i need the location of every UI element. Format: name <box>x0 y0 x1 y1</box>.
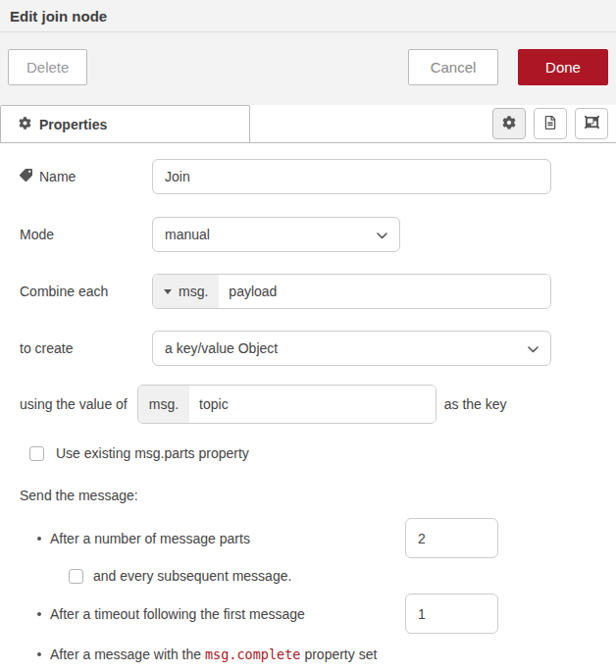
send-section-label: Send the message: <box>20 488 596 503</box>
cancel-button[interactable]: Cancel <box>408 49 498 85</box>
done-button[interactable]: Done <box>518 49 608 85</box>
after-timeout-input[interactable] <box>405 594 498 634</box>
dialog-header: Edit join node <box>0 0 616 32</box>
after-timeout-row: After a timeout following the first mess… <box>20 594 596 634</box>
combine-prefix-label: msg. <box>179 284 208 299</box>
after-timeout-label: After a timeout following the first mess… <box>50 606 305 622</box>
mode-label: Mode <box>20 227 152 242</box>
dialog-button-bar: Delete Cancel Done <box>0 32 616 101</box>
caret-down-icon <box>164 289 172 294</box>
to-create-select-value: a key/value Object <box>165 340 278 356</box>
key-prefix-label: msg. <box>149 396 179 412</box>
after-count-label: After a number of message parts <box>50 531 250 546</box>
subsequent-row: and every subsequent message. <box>69 568 596 584</box>
combine-value-input[interactable] <box>219 275 550 308</box>
subsequent-checkbox[interactable] <box>69 569 83 584</box>
use-parts-row: Use existing msg.parts property <box>29 445 596 461</box>
combine-typed-input: msg. <box>152 274 551 309</box>
to-create-row: to create a key/value Object <box>20 331 596 366</box>
key-row: using the value of msg. as the key <box>20 385 596 424</box>
chevron-down-icon <box>377 227 387 242</box>
use-parts-label: Use existing msg.parts property <box>56 445 249 461</box>
tag-icon <box>20 169 32 184</box>
after-count-row: After a number of message parts <box>20 518 596 558</box>
after-complete-text: After a message with the msg.complete pr… <box>50 646 377 662</box>
key-value-input[interactable] <box>189 386 436 423</box>
tab-properties[interactable]: Properties <box>0 105 250 142</box>
combine-label: Combine each <box>20 284 152 299</box>
dialog-title: Edit join node <box>10 8 107 25</box>
key-typed-input: msg. <box>137 385 436 424</box>
mode-select[interactable]: manual <box>152 217 400 252</box>
gear-icon <box>502 116 516 132</box>
to-create-label: to create <box>20 340 152 356</box>
delete-button[interactable]: Delete <box>8 49 87 85</box>
key-row-suffix: as the key <box>444 396 507 412</box>
name-label: Name <box>39 169 76 184</box>
description-button[interactable] <box>534 108 567 139</box>
combine-row: Combine each msg. <box>20 274 596 309</box>
editor-icon-toolbar <box>492 108 616 139</box>
msg-complete-code: msg.complete <box>205 646 301 662</box>
bullet-icon <box>37 612 41 616</box>
after-complete-row: After a message with the msg.complete pr… <box>20 646 596 662</box>
gear-icon <box>19 117 31 132</box>
bullet-icon <box>37 537 41 541</box>
combine-type-button[interactable]: msg. <box>153 275 219 308</box>
name-input[interactable] <box>152 159 551 194</box>
tab-bar: Properties <box>0 105 616 143</box>
properties-gear-button[interactable] <box>492 108 526 139</box>
mode-select-value: manual <box>165 227 210 242</box>
name-row: Name <box>20 159 596 194</box>
to-create-select[interactable]: a key/value Object <box>152 331 551 366</box>
mode-row: Mode manual <box>20 217 596 252</box>
subsequent-label: and every subsequent message. <box>93 568 291 584</box>
after-count-input[interactable] <box>405 518 498 558</box>
name-label-wrap: Name <box>20 169 152 184</box>
bullet-icon <box>37 652 41 656</box>
key-prefix-label-wrap[interactable]: msg. <box>138 386 189 423</box>
document-icon <box>544 116 556 132</box>
tab-properties-label: Properties <box>39 117 107 132</box>
properties-form: Name Mode manual Combine each msg. to cr… <box>0 143 616 662</box>
key-row-label: using the value of <box>20 396 128 412</box>
appearance-button[interactable] <box>575 108 608 139</box>
object-group-icon <box>585 115 599 132</box>
use-parts-checkbox[interactable] <box>29 446 44 461</box>
chevron-down-icon <box>528 340 539 356</box>
